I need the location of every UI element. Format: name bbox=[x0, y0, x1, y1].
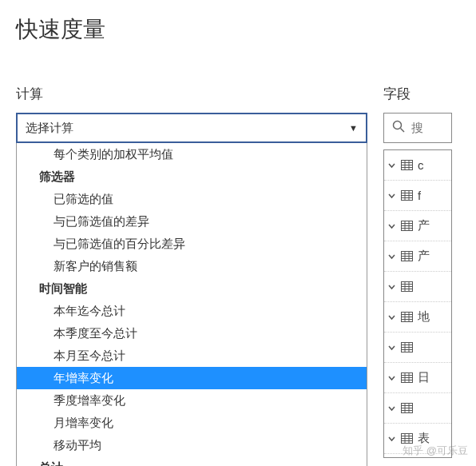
dropdown-item[interactable]: 每个类别的加权平均值 bbox=[17, 143, 367, 165]
chevron-down-icon bbox=[387, 341, 396, 355]
search-icon bbox=[392, 120, 405, 136]
table-icon bbox=[401, 221, 413, 231]
dropdown-item[interactable]: 与已筛选值的百分比差异 bbox=[17, 233, 367, 255]
field-row[interactable] bbox=[384, 333, 451, 363]
table-icon bbox=[401, 251, 413, 261]
field-label: 地 bbox=[418, 309, 430, 325]
field-label: 产 bbox=[418, 218, 430, 233]
dropdown-item[interactable]: 与已筛选值的差异 bbox=[17, 210, 367, 233]
field-label: f bbox=[418, 189, 421, 202]
dropdown-item[interactable]: 新客户的销售额 bbox=[17, 255, 367, 277]
table-icon bbox=[401, 342, 413, 352]
chevron-down-icon bbox=[387, 158, 396, 173]
dropdown-item[interactable]: 本年迄今总计 bbox=[17, 300, 367, 322]
chevron-down-icon bbox=[387, 371, 396, 385]
field-row[interactable] bbox=[384, 272, 451, 302]
field-row[interactable] bbox=[384, 393, 451, 424]
dropdown-item[interactable]: 移动平均 bbox=[17, 434, 367, 456]
svg-line-1 bbox=[401, 129, 405, 133]
chevron-down-icon bbox=[387, 401, 396, 416]
dialog-title: 快速度量 bbox=[0, 0, 476, 45]
chevron-down-icon bbox=[387, 249, 396, 264]
dropdown-item[interactable]: 已筛选的值 bbox=[17, 188, 367, 210]
chevron-down-icon bbox=[387, 189, 396, 203]
fields-section-label: 字段 bbox=[383, 85, 452, 103]
dropdown-item[interactable]: 本月至今总计 bbox=[17, 345, 367, 367]
field-row[interactable]: 日 bbox=[384, 363, 451, 393]
chevron-down-icon bbox=[387, 280, 396, 294]
table-icon bbox=[401, 433, 413, 444]
field-row[interactable]: c bbox=[384, 150, 451, 181]
field-row[interactable]: 地 bbox=[384, 302, 451, 333]
dropdown-group: 筛选器 bbox=[17, 165, 367, 188]
chevron-down-icon: ▼ bbox=[349, 123, 358, 133]
table-icon bbox=[401, 312, 413, 322]
table-icon bbox=[401, 160, 413, 170]
watermark: 知乎 @可乐豆 bbox=[403, 444, 468, 458]
field-row[interactable]: f bbox=[384, 181, 451, 211]
dropdown-item[interactable]: 年增率变化 bbox=[17, 367, 367, 389]
chevron-down-icon bbox=[387, 310, 396, 325]
dropdown-item[interactable]: 本季度至今总计 bbox=[17, 322, 367, 345]
dropdown-item[interactable]: 月增率变化 bbox=[17, 412, 367, 434]
search-placeholder: 搜 bbox=[411, 121, 423, 136]
field-label: c bbox=[418, 158, 424, 172]
calc-section-label: 计算 bbox=[16, 85, 375, 103]
table-icon bbox=[401, 372, 413, 383]
dropdown-group: 总计 bbox=[17, 456, 367, 466]
field-row[interactable]: 产 bbox=[384, 241, 451, 272]
fields-search-input[interactable]: 搜 bbox=[383, 113, 452, 143]
dropdown-group: 时间智能 bbox=[17, 277, 367, 300]
field-row[interactable]: 产 bbox=[384, 211, 451, 241]
fields-panel[interactable]: cf产产地日表 bbox=[383, 149, 452, 458]
field-label: 产 bbox=[418, 249, 430, 264]
dropdown-item[interactable]: 季度增率变化 bbox=[17, 389, 367, 412]
svg-point-0 bbox=[394, 121, 402, 129]
chevron-down-icon bbox=[387, 219, 396, 233]
calc-dropdown[interactable]: 选择计算 ▼ bbox=[16, 113, 367, 143]
calc-dropdown-selected: 选择计算 bbox=[26, 121, 73, 136]
table-icon bbox=[401, 281, 413, 292]
calc-dropdown-list[interactable]: 每个类别的加权平均值筛选器已筛选的值与已筛选值的差异与已筛选值的百分比差异新客户… bbox=[16, 143, 367, 466]
table-icon bbox=[401, 190, 413, 201]
table-icon bbox=[401, 403, 413, 413]
chevron-down-icon bbox=[387, 432, 396, 446]
field-label: 日 bbox=[418, 370, 430, 385]
